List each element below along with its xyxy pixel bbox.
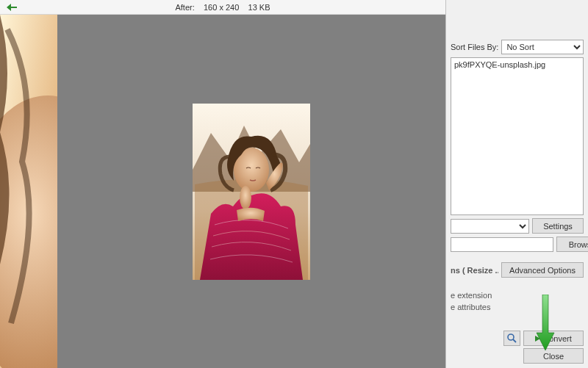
resize-frag-label: ns ( Resize ... ) [451, 266, 498, 275]
list-item[interactable]: pk9fPXYQE-unsplash.jpg [454, 59, 580, 71]
spacer [451, 314, 584, 328]
format-select[interactable] [451, 219, 529, 234]
close-button[interactable]: Close [523, 348, 584, 364]
advanced-options-label: Advanced Options [509, 266, 576, 275]
app-root: After: 160 x 240 13 KB [0, 0, 588, 368]
svg-line-6 [513, 339, 516, 342]
spacer [451, 3, 584, 37]
spacer [451, 281, 584, 288]
browse-row: Browse [451, 237, 584, 252]
convert-button[interactable]: Convert [523, 331, 584, 346]
magnifier-icon [507, 333, 517, 343]
sort-label: Sort Files By: [451, 43, 498, 51]
file-list[interactable]: pk9fPXYQE-unsplash.jpg [451, 57, 584, 215]
before-preview[interactable] [0, 15, 57, 368]
svg-point-5 [508, 334, 514, 340]
preview-dimensions: 160 x 240 [204, 3, 239, 12]
convert-label: Convert [543, 334, 572, 343]
preview-info-text: After: 160 x 240 13 KB [175, 3, 270, 12]
controls-panel: Sort Files By: No Sort pk9fPXYQE-unsplas… [445, 0, 588, 368]
preview-split [0, 15, 445, 368]
preview-column: After: 160 x 240 13 KB [0, 0, 445, 368]
ext-frag-label: e extension [451, 291, 584, 300]
advanced-options-button[interactable]: Advanced Options [501, 262, 584, 278]
output-path-input[interactable] [451, 237, 553, 252]
info-bar: After: 160 x 240 13 KB [0, 0, 445, 15]
advanced-row: ns ( Resize ... ) Advanced Options [451, 262, 584, 278]
spacer [451, 255, 584, 259]
preview-refresh-button[interactable] [503, 331, 520, 346]
svg-point-4 [240, 186, 251, 209]
preview-filesize: 13 KB [248, 3, 270, 12]
browse-label: Browse [569, 240, 588, 249]
close-label: Close [543, 352, 564, 361]
attrs-frag-label: e attributes [451, 303, 584, 311]
convert-row: Convert [503, 331, 584, 346]
preview-mode-label: After: [175, 3, 194, 12]
settings-row: Settings [451, 218, 584, 234]
sort-row: Sort Files By: No Sort [451, 40, 584, 54]
back-arrow-icon[interactable] [6, 1, 18, 13]
after-preview[interactable] [57, 15, 445, 368]
browse-button[interactable]: Browse [556, 237, 588, 252]
play-icon [535, 336, 540, 342]
settings-label: Settings [543, 222, 573, 231]
bottom-cluster: Convert Close [451, 331, 584, 364]
sort-select[interactable]: No Sort [501, 40, 584, 54]
settings-button[interactable]: Settings [532, 218, 584, 234]
